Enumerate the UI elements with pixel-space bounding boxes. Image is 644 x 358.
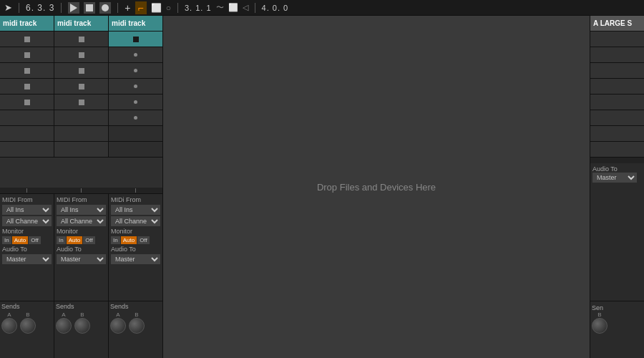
mon-auto-btn-3[interactable]: Auto	[121, 236, 137, 244]
channel-select-3[interactable]: All Channe	[111, 216, 160, 226]
audio-to-select-2[interactable]: Master	[57, 254, 106, 264]
clip-cell-2-2[interactable]	[109, 63, 162, 78]
monitor-label-2: Monitor	[57, 228, 78, 235]
track-list: midi track midi track midi track	[0, 16, 163, 358]
mon-off-btn-3[interactable]: Off	[137, 236, 150, 244]
mon-auto-btn-1[interactable]: Auto	[12, 236, 28, 244]
knob-row-2: A B	[56, 311, 90, 334]
bottom-controls: MIDI From All Ins All Channe Monitor In …	[0, 193, 162, 301]
clip-cell-1-2[interactable]	[109, 47, 162, 62]
divider4	[177, 3, 178, 13]
clip-cell-5-2[interactable]	[109, 110, 162, 125]
arrow-icon: ➤	[4, 2, 12, 13]
sends-track-2: Sends A B	[54, 301, 109, 358]
clip-row-2	[0, 63, 162, 79]
sends-area: Sends A B Sends A	[0, 301, 162, 358]
mon-off-btn-1[interactable]: Off	[29, 236, 41, 244]
clip-square	[24, 52, 30, 58]
clip-cell-3-1[interactable]	[54, 79, 109, 94]
track-header-1: midi track	[0, 16, 54, 31]
audio-to-select-3[interactable]: Master	[111, 254, 160, 264]
right-clip-row-6[interactable]	[590, 126, 644, 142]
loop-button[interactable]: ⌐	[135, 1, 147, 14]
right-clip-row-0[interactable]	[590, 32, 644, 47]
track-control-1: MIDI From All Ins All Channe Monitor In …	[0, 194, 54, 301]
right-clip-row-2[interactable]	[590, 63, 644, 79]
knob-a-label-2: A	[62, 311, 65, 318]
clip-cell-5-1[interactable]	[54, 110, 109, 125]
clip-cell-0-0[interactable]	[0, 32, 54, 47]
mon-in-btn-2[interactable]: In	[57, 236, 66, 244]
clip-cell-0-2[interactable]	[109, 32, 162, 47]
monitor-btns-1: In Auto Off	[2, 236, 52, 244]
input-select-1[interactable]: All Ins	[2, 205, 52, 215]
audio-to-select-1[interactable]: Master	[2, 254, 52, 264]
input-select-3[interactable]: All Ins	[111, 205, 160, 215]
mon-off-btn-2[interactable]: Off	[83, 236, 95, 244]
right-clip-row-4[interactable]	[590, 95, 644, 110]
monitor-row-1: Monitor	[2, 228, 52, 235]
channel-select-1[interactable]: All Channe	[2, 216, 52, 226]
knob-b-2[interactable]	[74, 318, 90, 334]
divider5	[255, 3, 255, 13]
clip-cell-6-0[interactable]	[0, 126, 54, 141]
monitor-row-3: Monitor	[111, 228, 160, 235]
mon-in-btn-3[interactable]: In	[111, 236, 120, 244]
clip-square	[24, 37, 30, 42]
clip-cell-5-0[interactable]	[0, 110, 54, 125]
right-clip-row-3[interactable]	[590, 79, 644, 95]
right-bottom-controls: Audio To Master	[590, 163, 644, 301]
monitor-btns-2: In Auto Off	[57, 236, 106, 244]
clip-cell-2-0[interactable]	[0, 63, 54, 78]
right-clip-row-1[interactable]	[590, 47, 644, 63]
clip-cell-7-0[interactable]	[0, 142, 54, 157]
knob-b-1[interactable]	[20, 318, 36, 334]
channel-select-2[interactable]: All Channe	[57, 216, 106, 226]
clip-cell-7-2[interactable]	[109, 142, 162, 157]
input-select-2[interactable]: All Ins	[57, 205, 106, 215]
right-clip-row-5[interactable]	[590, 110, 644, 126]
clip-cell-6-1[interactable]	[54, 126, 109, 141]
clip-cell-4-0[interactable]	[0, 95, 54, 110]
right-separator	[590, 158, 644, 163]
stop-button[interactable]	[84, 2, 95, 14]
clip-square	[79, 84, 84, 90]
knob-b-3[interactable]	[129, 318, 145, 334]
audio-to-label-1: Audio To	[2, 246, 52, 253]
track-header-2: midi track	[54, 16, 109, 31]
monitor-label-3: Monitor	[111, 228, 132, 235]
clip-cell-4-1[interactable]	[54, 95, 109, 110]
play-button[interactable]	[68, 2, 79, 14]
clip-cell-6-2[interactable]	[109, 126, 162, 141]
clip-square	[79, 68, 84, 74]
main-layout: midi track midi track midi track	[0, 16, 644, 358]
right-knob-b[interactable]	[592, 318, 608, 334]
sends-label-1: Sends	[1, 303, 20, 310]
position-display: 6. 3. 3	[26, 3, 54, 13]
divider2	[61, 3, 62, 13]
track-headers: midi track midi track midi track	[0, 16, 162, 32]
clip-cell-4-2[interactable]	[109, 95, 162, 110]
knob-a-1[interactable]	[1, 318, 17, 334]
clip-cell-3-0[interactable]	[0, 79, 54, 94]
clip-row-5	[0, 110, 162, 126]
clip-cell-0-1[interactable]	[54, 32, 109, 47]
knob-a-label-1: A	[7, 311, 11, 318]
knob-b-label-2: B	[80, 311, 84, 318]
clip-cell-2-1[interactable]	[54, 63, 109, 78]
clip-cell-7-1[interactable]	[54, 142, 109, 157]
clip-cell-1-1[interactable]	[54, 47, 109, 62]
mon-in-btn-1[interactable]: In	[2, 236, 11, 244]
clip-cell-1-0[interactable]	[0, 47, 54, 62]
clip-square	[24, 68, 30, 74]
record-button[interactable]	[99, 2, 111, 14]
knob-a-2[interactable]	[56, 318, 72, 334]
clip-row-4	[0, 95, 162, 110]
right-audio-to-select[interactable]: Master	[592, 173, 637, 183]
right-clip-row-7[interactable]	[590, 142, 644, 158]
clip-cell-3-2[interactable]	[109, 79, 162, 94]
add-button[interactable]: +	[125, 2, 130, 14]
knob-a-3[interactable]	[110, 318, 126, 334]
mon-auto-btn-2[interactable]: Auto	[67, 236, 82, 244]
clip-dot	[134, 69, 137, 72]
